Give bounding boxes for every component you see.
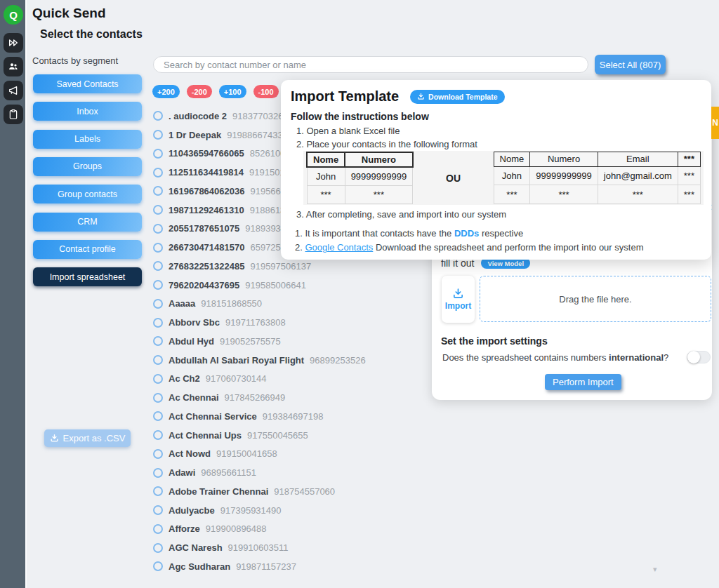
app-logo-icon[interactable]: Q — [4, 5, 23, 25]
contact-number: 919597506137 — [250, 261, 311, 272]
contact-name: Abborv Sbc — [169, 317, 220, 328]
note-google-contacts: 2. Google Contacts Download the spreadsh… — [295, 242, 701, 253]
fast-forward-icon[interactable] — [4, 33, 23, 53]
segments-heading: Contacts by segment — [32, 55, 118, 66]
contact-checkbox[interactable] — [153, 149, 163, 159]
filter-chip--100[interactable]: -100 — [253, 85, 279, 98]
contact-checkbox[interactable] — [153, 411, 163, 421]
contact-checkbox[interactable] — [153, 299, 163, 309]
export-csv-button[interactable]: Export as .CSV — [44, 429, 131, 447]
contact-checkbox[interactable] — [153, 505, 163, 515]
contact-name: 276832251322485 — [169, 261, 244, 272]
segment-button-inbox[interactable]: Inbox — [33, 102, 142, 121]
contact-number: 919871157237 — [236, 561, 296, 572]
segment-button-import-spreadsheet[interactable]: Import spreadsheet — [33, 267, 142, 286]
template-format-strip: Nome Numero John 99999999999 *** *** OU … — [303, 151, 704, 205]
filter-chip-+200[interactable]: +200 — [152, 85, 180, 98]
contact-checkbox[interactable] — [153, 430, 163, 440]
contact-checkbox[interactable] — [153, 224, 163, 234]
contact-number: 96895661151 — [201, 467, 256, 478]
import-label: Import — [445, 301, 471, 311]
contact-number: 919711763808 — [225, 317, 286, 328]
contact-checkbox[interactable] — [153, 130, 163, 140]
contact-number: 919150041658 — [216, 448, 277, 459]
contact-name: 110436594766065 — [169, 148, 244, 159]
filter-chip--200[interactable]: -200 — [187, 85, 212, 98]
contact-number: 917060730144 — [206, 373, 267, 384]
contact-number: 8526106 — [250, 148, 286, 159]
contact-number: 91893934 — [245, 223, 286, 234]
download-template-button[interactable]: Download Template — [410, 90, 504, 104]
segment-button-saved-contacts[interactable]: Saved Contacts — [33, 74, 142, 93]
contact-number: 919585006641 — [245, 280, 306, 290]
left-rail: Q — [0, 0, 27, 588]
contact-name: 198711292461310 — [169, 205, 244, 215]
contact-number: 917550045655 — [247, 430, 308, 441]
international-toggle[interactable] — [687, 351, 711, 363]
clipboard-icon[interactable] — [4, 105, 23, 124]
contact-checkbox[interactable] — [153, 486, 163, 496]
contact-name: 1 Dr Deepak — [169, 130, 221, 140]
contact-checkbox[interactable] — [153, 205, 163, 215]
contact-checkbox[interactable] — [153, 374, 163, 384]
import-template-popup: Import Template Download Template Follow… — [281, 80, 711, 260]
instruction-step-3: 3. After completing, save and import int… — [296, 209, 701, 220]
segment-button-group-contacts[interactable]: Group contacts — [33, 185, 142, 203]
contact-name: Abdullah Al Sabari Royal Flight — [169, 355, 304, 366]
page-title: Quick Send — [32, 6, 106, 21]
ddd-highlight: DDDs — [454, 228, 479, 239]
contact-checkbox[interactable] — [153, 561, 163, 571]
import-settings-heading: Set the import settings — [441, 335, 548, 347]
contacts-group-icon[interactable] — [4, 57, 23, 76]
search-input[interactable] — [153, 56, 588, 73]
filter-chip-+100[interactable]: +100 — [219, 85, 246, 98]
contact-checkbox[interactable] — [153, 186, 163, 196]
perform-import-button[interactable]: Perform Import — [545, 374, 621, 390]
contact-name: 161967864062036 — [169, 186, 244, 196]
quick-send-app: Q Quick Send Select the contacts Contact… — [0, 0, 719, 588]
chevron-down-icon[interactable]: ▾ — [653, 565, 657, 574]
select-all-button[interactable]: Select All (807) — [595, 55, 666, 74]
contact-name: AGC Naresh — [169, 542, 223, 553]
segment-button-groups[interactable]: Groups — [33, 157, 142, 176]
contact-number: 9188613 — [250, 205, 286, 215]
megaphone-icon[interactable] — [4, 81, 23, 100]
segment-button-contact-profile[interactable]: Contact profile — [33, 240, 142, 259]
download-icon — [417, 93, 425, 100]
import-file-button[interactable]: Import — [442, 276, 475, 323]
contact-row: Adobe Trainer Chennai918754557060 — [153, 482, 518, 501]
contact-number: 917395931490 — [220, 505, 282, 516]
export-csv-label: Export as .CSV — [63, 433, 126, 443]
contact-row: Adawi96895661151 — [153, 463, 518, 482]
segment-button-crm[interactable]: CRM — [33, 213, 142, 232]
contact-name: Agc Sudharan — [169, 561, 230, 572]
contact-number: 9191501 — [249, 167, 285, 178]
contact-checkbox[interactable] — [153, 168, 163, 178]
contact-checkbox[interactable] — [153, 318, 163, 328]
contact-checkbox[interactable] — [153, 280, 163, 290]
contact-checkbox[interactable] — [153, 111, 163, 121]
clipped-amber-button[interactable]: N — [711, 107, 719, 139]
contact-row: AGC Naresh919910603511 — [153, 538, 518, 557]
contact-checkbox[interactable] — [153, 524, 163, 534]
contact-checkbox[interactable] — [153, 261, 163, 271]
popup-title: Import Template — [291, 88, 399, 105]
contact-checkbox[interactable] — [153, 468, 163, 478]
contact-number: 919052575575 — [220, 336, 281, 347]
contact-checkbox[interactable] — [153, 393, 163, 403]
file-dropzone[interactable]: Drag the file here. — [480, 276, 711, 322]
contact-checkbox[interactable] — [153, 543, 163, 553]
google-contacts-link[interactable]: Google Contacts — [305, 242, 373, 253]
download-template-label: Download Template — [428, 93, 497, 101]
contact-checkbox[interactable] — [153, 355, 163, 365]
contact-name: 79620204437695 — [169, 280, 239, 290]
international-question: Does the spreadsheet contains numbers in… — [442, 352, 702, 363]
contact-row: Adulyacbe917395931490 — [153, 501, 518, 520]
contact-checkbox[interactable] — [153, 243, 163, 253]
contact-checkbox[interactable] — [153, 449, 163, 459]
contact-name: Adawi — [169, 467, 195, 478]
segment-button-labels[interactable]: Labels — [33, 130, 142, 149]
contact-checkbox[interactable] — [153, 336, 163, 346]
note-ddd: 1. It is important that contacts have th… — [295, 228, 701, 239]
contact-number: 918151868550 — [201, 298, 262, 309]
